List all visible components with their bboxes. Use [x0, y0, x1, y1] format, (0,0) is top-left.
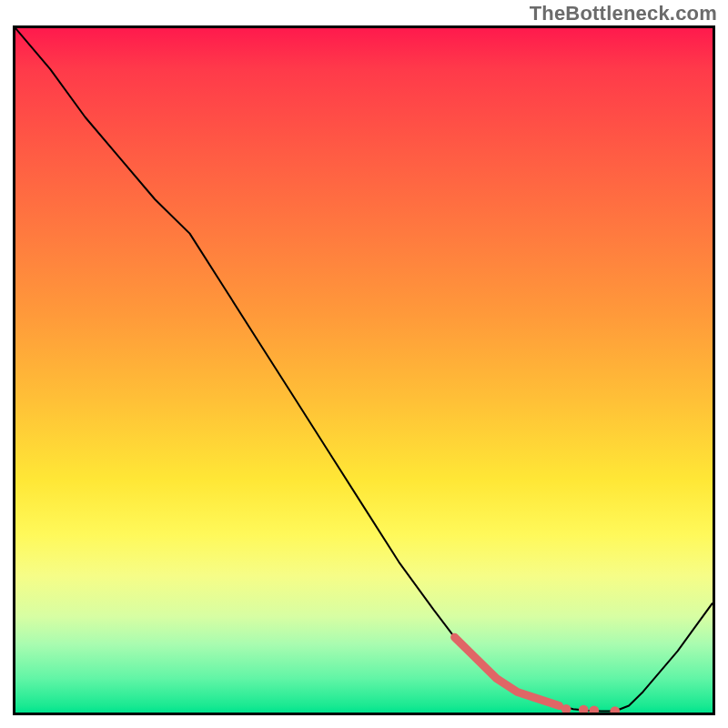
optimum-dot [579, 705, 589, 715]
near-optimum-band [455, 637, 560, 705]
chart-stage: TheBottleneck.com [0, 0, 728, 728]
optimum-dot [610, 706, 620, 715]
curve-overlay [15, 28, 713, 713]
optimum-dot [589, 705, 599, 715]
watermark-text: TheBottleneck.com [530, 2, 717, 25]
bottleneck-curve [15, 28, 713, 711]
plot-area [13, 25, 715, 715]
optimum-dot [561, 704, 571, 714]
optimum-dots [561, 704, 620, 715]
